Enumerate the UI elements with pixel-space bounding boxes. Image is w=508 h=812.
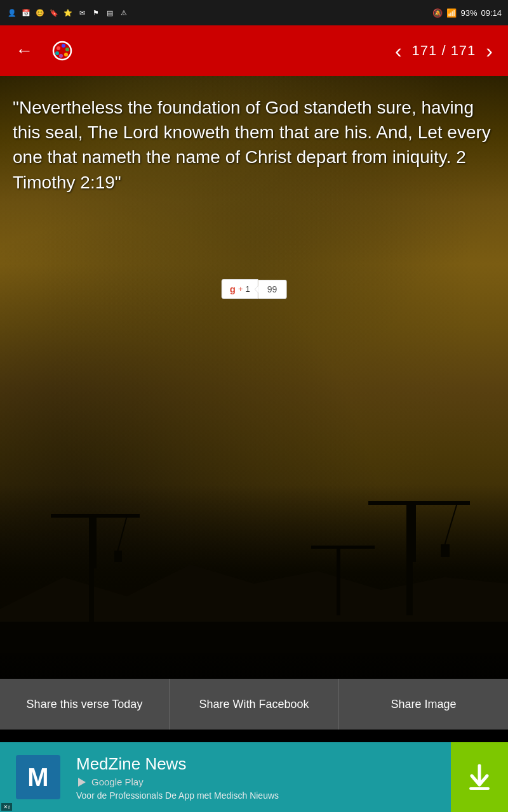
- gplus-one: 1: [245, 284, 250, 294]
- ad-description: Voor de Professionals De App met Medisch…: [76, 790, 451, 801]
- prev-button[interactable]: ‹: [390, 37, 407, 65]
- battery-text: 93%: [460, 8, 477, 18]
- ad-banner: M MedZine News Google Play Voor de Profe…: [0, 742, 508, 812]
- palette-icon[interactable]: [51, 39, 74, 62]
- svg-point-2: [62, 44, 65, 48]
- verse-text: "Nevertheless the foundation of God stan…: [13, 95, 495, 195]
- mute-icon: 🔕: [432, 8, 443, 18]
- main-content: "Nevertheless the foundation of God stan…: [0, 76, 508, 704]
- emoji-icon: 😊: [34, 7, 46, 18]
- svg-rect-22: [311, 546, 375, 549]
- gplus-plus: +: [238, 284, 243, 294]
- mail-icon: ✉: [76, 7, 88, 18]
- ad-download-button[interactable]: [451, 742, 508, 812]
- wifi-icon: 📶: [446, 8, 457, 18]
- ad-close-badge[interactable]: ✕r: [1, 803, 12, 811]
- svg-rect-15: [114, 551, 122, 562]
- svg-rect-11: [94, 518, 97, 568]
- svg-line-14: [117, 516, 127, 552]
- svg-point-5: [59, 54, 63, 58]
- action-buttons-bar: Share this verse Today Share With Facebo…: [0, 679, 508, 730]
- svg-rect-9: [89, 514, 94, 622]
- gplus-button[interactable]: g+1: [222, 279, 258, 299]
- page-counter: 171 / 171: [412, 43, 476, 59]
- svg-rect-18: [413, 505, 416, 562]
- svg-line-19: [444, 503, 457, 546]
- star-icon: ⭐: [62, 7, 74, 18]
- screen-icon: ▤: [104, 7, 116, 18]
- svg-point-4: [64, 53, 68, 56]
- cranes-silhouette: [0, 463, 508, 653]
- ad-m-letter: M: [16, 755, 60, 799]
- nav-right: ‹ 171 / 171 ›: [390, 37, 498, 65]
- svg-rect-21: [337, 546, 340, 615]
- calendar-icon: 📅: [20, 7, 32, 18]
- alert-icon: ⚠: [118, 7, 130, 18]
- time-text: 09:14: [481, 8, 502, 18]
- svg-point-1: [57, 46, 60, 50]
- svg-point-6: [55, 51, 59, 55]
- svg-rect-24: [469, 787, 490, 790]
- svg-marker-23: [78, 778, 86, 787]
- status-bar-right: 🔕 📶 93% 09:14: [432, 8, 502, 18]
- nav-bar: ← ‹ 171 / 171 ›: [0, 25, 508, 76]
- status-bar: 👤 📅 😊 🔖 ⭐ ✉ ⚑ ▤ ⚠ 🔕 📶 93% 09:14: [0, 0, 508, 25]
- ad-text-area: MedZine News Google Play Voor de Profess…: [76, 754, 451, 801]
- nav-left: ←: [10, 36, 74, 66]
- ad-title: MedZine News: [76, 754, 451, 774]
- next-button[interactable]: ›: [481, 37, 498, 65]
- ad-logo: M: [10, 749, 67, 806]
- gplus-g-letter: g: [230, 284, 236, 294]
- svg-rect-20: [441, 544, 450, 557]
- svg-point-3: [65, 48, 69, 51]
- share-verse-button[interactable]: Share this verse Today: [0, 679, 170, 730]
- share-image-button[interactable]: Share Image: [339, 679, 508, 730]
- flag-icon: ⚑: [90, 7, 102, 18]
- ad-google-play-text: Google Play: [91, 776, 144, 787]
- social-buttons: g+1 99: [222, 279, 287, 299]
- person-icon: 👤: [6, 7, 18, 18]
- bookmark-icon: 🔖: [48, 7, 60, 18]
- back-button[interactable]: ←: [10, 36, 38, 66]
- play-store-icon: [76, 776, 88, 788]
- share-facebook-button[interactable]: Share With Facebook: [170, 679, 339, 730]
- status-bar-left: 👤 📅 😊 🔖 ⭐ ✉ ⚑ ▤ ⚠: [6, 7, 130, 18]
- ad-google-play-row: Google Play: [76, 776, 451, 788]
- svg-rect-17: [368, 501, 470, 505]
- svg-rect-16: [406, 501, 413, 615]
- gplus-count[interactable]: 99: [258, 280, 287, 299]
